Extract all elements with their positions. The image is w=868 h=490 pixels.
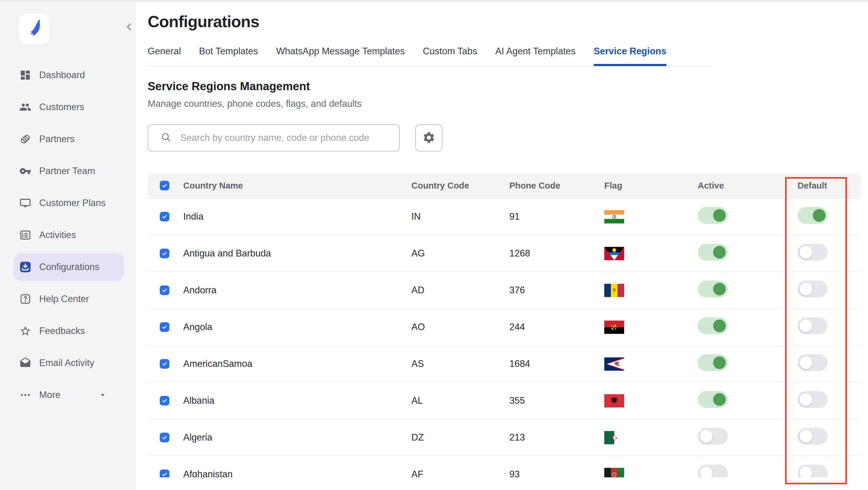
active-toggle[interactable] [698, 465, 728, 477]
table-header: Country Name Country Code Phone Code Fla… [148, 173, 861, 199]
country-name-cell: Antigua and Barbuda [183, 248, 411, 259]
country-code-cell: AS [411, 358, 509, 369]
row-checkbox[interactable] [160, 359, 169, 369]
page-title: Configurations [148, 12, 868, 31]
row-checkbox[interactable] [160, 322, 169, 332]
sidebar-item-dashboard[interactable]: Dashboard [13, 61, 124, 89]
country-name-cell: Andorra [183, 285, 411, 296]
phone-code-cell: 91 [509, 211, 604, 222]
sidebar-item-customers[interactable]: Customers [13, 93, 124, 121]
search-box[interactable] [148, 124, 400, 151]
sidebar-item-activities[interactable]: Activities [13, 221, 124, 249]
customer-plans-icon [19, 196, 32, 210]
active-toggle[interactable] [698, 354, 728, 371]
tab-service-regions[interactable]: Service Regions [594, 46, 666, 66]
phone-code-cell: 376 [509, 285, 604, 296]
sidebar-nav: Dashboard Customers Partners Partner Tea… [0, 61, 136, 409]
default-toggle[interactable] [798, 244, 828, 261]
tab-general[interactable]: General [148, 46, 181, 65]
customers-people-icon [19, 100, 32, 114]
default-toggle[interactable] [798, 317, 828, 334]
activities-list-icon [19, 228, 32, 242]
sidebar-item-partner-team[interactable]: Partner Team [13, 157, 124, 185]
active-toggle[interactable] [698, 317, 728, 334]
default-toggle[interactable] [798, 281, 828, 297]
row-checkbox[interactable] [160, 285, 169, 295]
flag-ad-icon [604, 284, 624, 297]
country-code-cell: AO [411, 322, 509, 333]
col-country-name: Country Name [183, 181, 411, 191]
row-checkbox[interactable] [160, 469, 169, 477]
default-toggle[interactable] [798, 391, 828, 408]
table-row-andorra: Andorra AD 376 [148, 272, 861, 309]
tab-whatsapp-message-templates[interactable]: WhatsApp Message Templates [276, 46, 405, 65]
col-phone-code: Phone Code [509, 181, 604, 191]
active-toggle[interactable] [698, 281, 728, 297]
col-active: Active [698, 181, 798, 191]
country-name-cell: Algeria [183, 432, 411, 443]
settings-button[interactable] [415, 124, 442, 151]
search-icon [160, 132, 172, 144]
default-toggle[interactable] [798, 354, 828, 371]
tab-bar: General Bot Templates WhatsApp Message T… [148, 46, 712, 66]
flag-ag-icon [604, 247, 624, 260]
phone-code-cell: 213 [509, 432, 604, 443]
tab-bot-templates[interactable]: Bot Templates [199, 46, 258, 65]
row-checkbox[interactable] [160, 212, 169, 222]
country-code-cell: AG [411, 248, 509, 259]
partners-handshake-icon [19, 133, 32, 146]
row-checkbox[interactable] [160, 433, 169, 442]
country-code-cell: DZ [411, 432, 509, 443]
help-center-icon [19, 292, 32, 306]
email-activity-icon [19, 356, 32, 370]
sidebar-item-feedbacks[interactable]: Feedbacks [13, 317, 124, 345]
active-toggle[interactable] [698, 391, 728, 408]
sidebar-item-help-center[interactable]: Help Center [13, 285, 124, 313]
country-name-cell: Afghanistan [183, 469, 411, 477]
partner-team-key-icon [19, 165, 32, 178]
country-code-cell: AL [411, 395, 509, 406]
section-subtitle: Manage countries, phone codes, flags, an… [148, 98, 868, 109]
sidebar-item-partners[interactable]: Partners [13, 125, 124, 153]
default-toggle[interactable] [798, 428, 828, 445]
row-checkbox[interactable] [160, 249, 169, 258]
country-code-cell: AF [411, 469, 509, 477]
table-body: India IN 91 Antigua and Barbuda AG 1268 … [148, 199, 861, 477]
search-input[interactable] [180, 132, 390, 144]
phone-code-cell: 244 [509, 322, 604, 333]
app-window: Dashboard Customers Partners Partner Tea… [0, 0, 868, 490]
active-toggle[interactable] [698, 428, 728, 445]
table-row-india: India IN 91 [148, 199, 861, 235]
tab-ai-agent-templates[interactable]: AI Agent Templates [495, 46, 576, 65]
col-flag: Flag [604, 181, 698, 191]
sidebar-item-email-activity[interactable]: Email Activity [13, 349, 124, 377]
default-toggle[interactable] [798, 207, 828, 224]
flag-af-icon [604, 468, 624, 478]
feedbacks-star-icon [19, 324, 32, 338]
default-toggle[interactable] [798, 465, 828, 477]
sidebar-item-customer-plans[interactable]: Customer Plans [13, 189, 124, 217]
section-title: Service Regions Management [148, 80, 868, 93]
chevron-down-icon [98, 391, 107, 400]
active-toggle[interactable] [698, 207, 728, 224]
app-logo[interactable] [19, 13, 50, 45]
sidebar-item-configurations[interactable]: Configurations [13, 253, 124, 281]
sidebar-collapse-button[interactable] [122, 20, 136, 34]
phone-code-cell: 1268 [509, 248, 604, 259]
row-checkbox[interactable] [160, 396, 169, 405]
select-all-checkbox[interactable] [160, 181, 169, 191]
sidebar: Dashboard Customers Partners Partner Tea… [0, 0, 136, 490]
active-toggle[interactable] [698, 244, 728, 261]
country-name-cell: Angola [183, 322, 411, 333]
sidebar-item-more[interactable]: More [13, 381, 124, 409]
country-name-cell: India [183, 211, 411, 222]
phone-code-cell: 355 [509, 395, 604, 406]
table-row-albania: Albania AL 355 [148, 382, 861, 420]
tab-custom-tabs[interactable]: Custom Tabs [423, 46, 477, 65]
table-row-antigua-and-barbuda: Antigua and Barbuda AG 1268 [148, 235, 861, 272]
phone-code-cell: 1684 [509, 358, 604, 369]
gear-icon [422, 131, 435, 145]
dashboard-grid-icon [19, 68, 32, 82]
penguin-logo-icon [24, 19, 44, 39]
more-ellipsis-icon [19, 388, 32, 402]
